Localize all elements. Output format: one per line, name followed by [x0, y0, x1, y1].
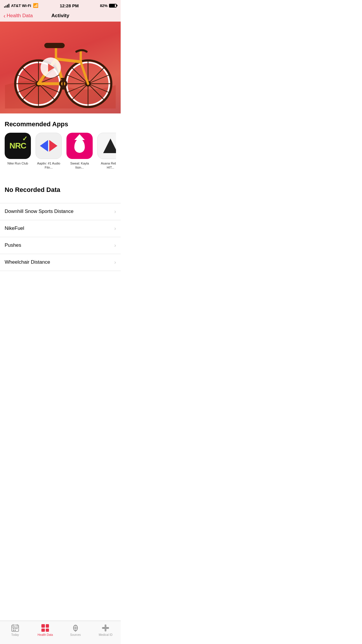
list-item-downhill[interactable]: Downhill Snow Sports Distance ›: [0, 203, 121, 220]
signal-bar-1: [4, 6, 5, 8]
back-chevron-icon: ‹: [3, 13, 6, 19]
status-bar: AT&T Wi-Fi 📶 12:28 PM 82%: [0, 0, 121, 10]
apps-scroll-container[interactable]: ✓ NRC Nike Run Club Aaptiv: #1 Audio Fit…: [5, 133, 116, 172]
list-item-label-nikefuel: NikeFuel: [5, 225, 24, 231]
aaptiv-logo: [40, 140, 57, 152]
app-label-sweat: Sweat: Kayla Itsin...: [66, 161, 93, 170]
back-button[interactable]: ‹ Health Data: [3, 13, 33, 19]
asana-triangle-icon: [103, 139, 116, 153]
chevron-right-icon-downhill: ›: [114, 209, 116, 215]
nike-swoosh-icon: ✓: [22, 135, 27, 143]
no-recorded-data-section: No Recorded Data: [0, 177, 121, 203]
aaptiv-chevron-right: [49, 140, 57, 152]
battery-icon: [109, 4, 117, 8]
wifi-icon: 📶: [33, 3, 38, 8]
app-item-aaptiv[interactable]: Aaptiv: #1 Audio Fitn...: [36, 133, 62, 170]
signal-bar-4: [8, 4, 9, 8]
app-label-asana: Asana Rebel: HIT...: [97, 161, 116, 170]
app-item-sweat[interactable]: Sweat: Kayla Itsin...: [66, 133, 93, 170]
play-button[interactable]: [41, 57, 61, 78]
sweat-drop-icon: [74, 139, 85, 153]
list-item-label-downhill: Downhill Snow Sports Distance: [5, 209, 73, 214]
main-content: Recommended Apps ✓ NRC Nike Run Club A: [0, 113, 121, 294]
app-item-asana[interactable]: Asana Rebel: HIT...: [97, 133, 116, 170]
svg-rect-33: [61, 88, 66, 90]
svg-rect-32: [61, 78, 66, 80]
list-item-wheelchair[interactable]: Wheelchair Distance ›: [0, 254, 121, 271]
chevron-right-icon-nikefuel: ›: [114, 225, 116, 232]
signal-bars: [4, 4, 9, 8]
no-data-list: Downhill Snow Sports Distance › NikeFuel…: [0, 203, 121, 271]
app-label-nrc: Nike Run Club: [8, 161, 28, 165]
list-item-label-pushes: Pushes: [5, 242, 21, 248]
hero-image[interactable]: [0, 22, 121, 113]
bicycle-illustration: [0, 22, 121, 113]
list-item-label-wheelchair: Wheelchair Distance: [5, 259, 50, 265]
svg-rect-27: [44, 43, 65, 48]
play-icon: [48, 64, 55, 72]
carrier-label: AT&T Wi-Fi: [11, 4, 31, 8]
app-item-nrc[interactable]: ✓ NRC Nike Run Club: [5, 133, 31, 170]
battery-fill: [110, 4, 115, 7]
no-data-title: No Recorded Data: [5, 186, 116, 194]
list-item-pushes[interactable]: Pushes ›: [0, 237, 121, 254]
app-icon-aaptiv: [36, 133, 62, 159]
nav-bar: ‹ Health Data Activity: [0, 10, 121, 22]
svg-line-23: [56, 59, 81, 62]
status-time: 12:28 PM: [60, 3, 79, 8]
chevron-right-icon-pushes: ›: [114, 242, 116, 249]
recommended-apps-title: Recommended Apps: [5, 120, 116, 128]
aaptiv-chevron-left: [40, 140, 48, 152]
recommended-apps-section: Recommended Apps ✓ NRC Nike Run Club A: [0, 113, 121, 177]
chevron-right-icon-wheelchair: ›: [114, 259, 116, 265]
status-left: AT&T Wi-Fi 📶: [4, 3, 38, 8]
list-item-nikefuel[interactable]: NikeFuel ›: [0, 220, 121, 237]
page-title: Activity: [51, 13, 69, 19]
app-icon-nrc: ✓ NRC: [5, 133, 31, 159]
battery-percent: 82%: [100, 4, 108, 8]
status-right: 82%: [100, 4, 117, 8]
app-label-aaptiv: Aaptiv: #1 Audio Fitn...: [36, 161, 62, 170]
app-icon-asana: [97, 133, 116, 159]
back-label: Health Data: [7, 13, 33, 19]
signal-bar-3: [7, 5, 8, 8]
app-icon-sweat: [66, 133, 93, 159]
signal-bar-2: [6, 6, 6, 8]
